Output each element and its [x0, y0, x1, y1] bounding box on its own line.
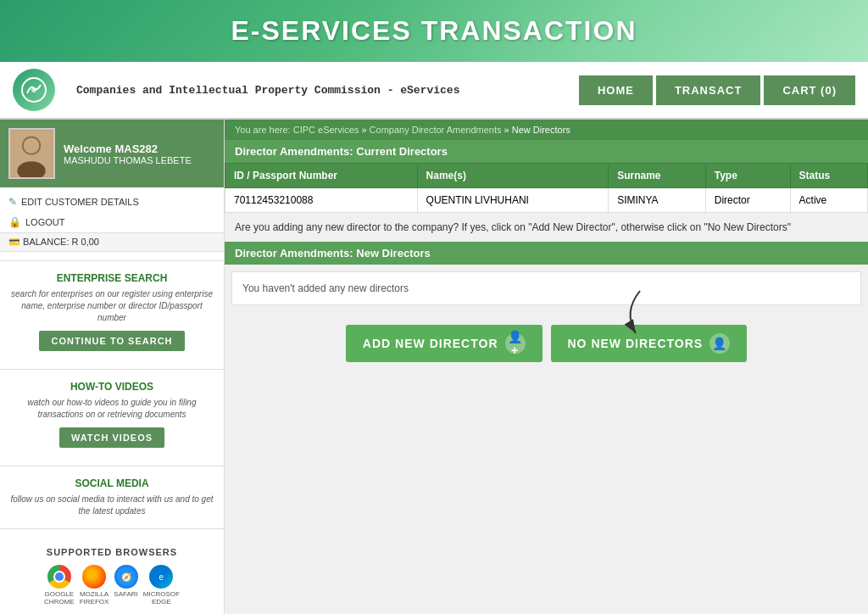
current-directors-header: Director Amendments: Current Directors — [225, 140, 868, 163]
add-director-label: ADD NEW DIRECTOR — [363, 337, 498, 350]
social-media-desc: follow us on social media to interact wi… — [8, 494, 215, 517]
chrome-icon — [47, 565, 71, 589]
profile-info: Welcome MAS282 MASHUDU THOMAS LEBETE — [64, 142, 192, 165]
cell-id: 70112453210088 — [225, 188, 418, 213]
firefox-icon — [82, 565, 106, 589]
th-surname: Surname — [609, 164, 706, 188]
nav-buttons: HOME TRANSACT CART (0) — [579, 75, 855, 105]
edge-browser: e MICROSOFEDGE — [143, 565, 180, 606]
edit-icon: ✎ — [8, 196, 17, 208]
new-directors-header: Director Amendments: New Directors — [225, 242, 868, 265]
enterprise-search-section: ENTERPRISE SEARCH search for enterprises… — [0, 265, 224, 365]
cell-names: QUENTIN LIVHUHANI — [417, 188, 609, 213]
home-button[interactable]: HOME — [579, 75, 653, 105]
table-header-row: ID / Passport Number Name(s) Surname Typ… — [225, 164, 868, 188]
safari-browser: 🧭 SAFARI — [114, 565, 137, 606]
svg-point-5 — [24, 137, 40, 154]
org-logo — [13, 69, 55, 111]
navbar: Companies and Intellectual Property Comm… — [0, 62, 868, 120]
divider-2 — [0, 369, 224, 370]
firefox-browser: MOZILLAFIREFOX — [80, 565, 109, 606]
divider-1 — [0, 260, 224, 261]
no-person-icon: 👤 — [709, 333, 730, 354]
user-name: MASHUDU THOMAS LEBETE — [64, 155, 192, 165]
sidebar-profile: Welcome MAS282 MASHUDU THOMAS LEBETE — [0, 120, 224, 187]
th-id: ID / Passport Number — [225, 164, 418, 188]
divider-4 — [0, 528, 224, 529]
info-text: Are you adding any new director to the c… — [225, 213, 868, 242]
firefox-label: MOZILLAFIREFOX — [80, 590, 109, 606]
logout-link[interactable]: 🔒 LOGOUT — [0, 212, 224, 232]
main-layout: Welcome MAS282 MASHUDU THOMAS LEBETE ✎ E… — [0, 120, 868, 614]
supported-browsers-section: SUPPORTED BROWSERS GOOGLECHROME MOZILLAF… — [0, 533, 224, 614]
enterprise-search-title: ENTERPRISE SEARCH — [8, 272, 215, 284]
no-new-directors-button[interactable]: NO NEW DIRECTORS 👤 — [551, 325, 748, 362]
th-status: Status — [790, 164, 867, 188]
transact-button[interactable]: TRANSACT — [656, 75, 761, 105]
page-title: E-SERVICES TRANSACTION — [0, 15, 868, 47]
breadcrumb-sep2: » — [504, 125, 512, 135]
balance-label: BALANCE: R 0,00 — [23, 237, 99, 247]
sidebar-links: ✎ EDIT CUSTOMER DETAILS 🔒 LOGOUT 💳 BALAN… — [0, 187, 224, 256]
social-media-section: SOCIAL MEDIA follow us on social media t… — [0, 471, 224, 524]
th-type: Type — [705, 164, 790, 188]
safari-icon: 🧭 — [114, 565, 138, 589]
browser-logos: GOOGLECHROME MOZILLAFIREFOX 🧭 SAFARI e — [8, 561, 215, 610]
cell-status: Active — [790, 188, 867, 213]
social-media-title: SOCIAL MEDIA — [8, 477, 215, 489]
welcome-label: Welcome MAS282 — [64, 142, 192, 155]
sidebar: Welcome MAS282 MASHUDU THOMAS LEBETE ✎ E… — [0, 120, 225, 614]
lock-icon: 🔒 — [8, 216, 21, 228]
breadcrumb-cipc[interactable]: You are here: CIPC eServices — [235, 125, 359, 135]
how-to-desc: watch our how-to videos to guide you in … — [8, 397, 215, 421]
breadcrumb-current: New Directors — [512, 125, 570, 135]
supported-browsers-title: SUPPORTED BROWSERS — [8, 540, 215, 561]
logo-icon — [13, 69, 55, 111]
add-new-director-button[interactable]: ADD NEW DIRECTOR 👤+ — [346, 325, 542, 362]
action-buttons-area: ADD NEW DIRECTOR 👤+ NO NEW DIRECTORS 👤 — [225, 312, 868, 375]
page-header: E-SERVICES TRANSACTION — [0, 0, 868, 62]
balance-bar: 💳 BALANCE: R 0,00 — [0, 232, 224, 252]
continue-to-search-button[interactable]: CONTINUE TO SEARCH — [39, 331, 184, 351]
cell-type: Director — [705, 188, 790, 213]
cart-button[interactable]: CART (0) — [764, 75, 855, 105]
balance-icon: 💳 — [8, 237, 20, 247]
edit-customer-link[interactable]: ✎ EDIT CUSTOMER DETAILS — [0, 192, 224, 212]
edge-icon: e — [149, 565, 173, 589]
th-names: Name(s) — [417, 164, 609, 188]
edge-label: MICROSOFEDGE — [143, 590, 180, 606]
svg-point-1 — [31, 87, 36, 92]
how-to-title: HOW-TO VIDEOS — [8, 381, 215, 393]
breadcrumb-sep1: » — [361, 125, 369, 135]
breadcrumb: You are here: CIPC eServices » Company D… — [225, 120, 868, 140]
how-to-videos-section: HOW-TO VIDEOS watch our how-to videos to… — [0, 374, 224, 461]
org-name: Companies and Intellectual Property Comm… — [68, 84, 579, 97]
chrome-browser: GOOGLECHROME — [44, 565, 75, 606]
no-directors-message: You haven't added any new directors — [231, 271, 861, 305]
avatar — [8, 128, 55, 179]
breadcrumb-amendments[interactable]: Company Director Amendments — [370, 125, 502, 135]
directors-table: ID / Passport Number Name(s) Surname Typ… — [225, 163, 868, 213]
cell-surname: SIMINYA — [609, 188, 706, 213]
divider-3 — [0, 466, 224, 466]
safari-label: SAFARI — [114, 590, 137, 598]
enterprise-search-desc: search for enterprises on our register u… — [8, 288, 215, 324]
table-row: 70112453210088 QUENTIN LIVHUHANI SIMINYA… — [225, 188, 868, 213]
add-person-icon: 👤+ — [505, 333, 526, 354]
new-directors-panel: Director Amendments: New Directors You h… — [225, 242, 868, 305]
content-area: You are here: CIPC eServices » Company D… — [225, 120, 868, 614]
no-director-label: NO NEW DIRECTORS — [568, 337, 704, 350]
chrome-label: GOOGLECHROME — [44, 590, 75, 606]
watch-videos-button[interactable]: WATCH VIDEOS — [59, 427, 164, 448]
